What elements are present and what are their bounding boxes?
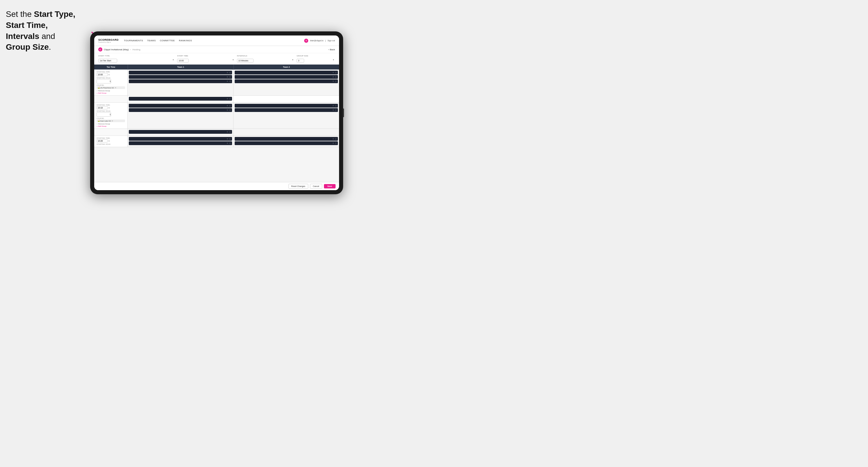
course-label-2: COURSE:: [97, 118, 125, 119]
course-remove-1[interactable]: ✕: [115, 87, 116, 89]
group-row-3: STARTING TIME: ⊙ STARTING HOLE: ✕⊙ ✕⊙: [94, 136, 339, 147]
player-slot[interactable]: ✕⊙: [235, 71, 338, 74]
group-1b-team2: [234, 96, 339, 102]
nav-committee[interactable]: COMMITTEE: [160, 39, 175, 42]
app-icon: C: [98, 48, 102, 52]
clock-icon-1: ⊙: [108, 73, 110, 76]
start-time-select-wrapper: 10:00 10:30: [177, 57, 235, 63]
player-slot[interactable]: ✕⊙: [129, 75, 232, 79]
intervals-label: Intervals: [237, 55, 294, 57]
group-1-team1: ✕⊙ ✕⊙ ✕⊙: [128, 69, 234, 95]
player-slot[interactable]: ✕⊙: [129, 108, 232, 112]
group-row-1: STARTING TIME: ⊙ STARTING HOLE: ▲ ▼ COUR…: [94, 69, 339, 96]
group-3-teams: ✕⊙ ✕⊙ ✕⊙ ✕⊙: [128, 136, 339, 147]
schedule-table: Tee Time Team 1 Team 2 STARTING TIME: ⊙ …: [94, 65, 339, 182]
group-1b-left: [94, 96, 128, 102]
breadcrumb-left: C Clippd Invitational (May) › Hosting: [98, 48, 141, 52]
starting-hole-label-3: STARTING HOLE:: [97, 143, 125, 145]
starting-time-input-2[interactable]: [97, 106, 107, 109]
reset-changes-button[interactable]: Reset Changes: [288, 184, 308, 189]
hole-stepper-input-1[interactable]: [97, 80, 111, 83]
starting-time-label-3: STARTING TIME:: [97, 137, 125, 139]
player-slot[interactable]: ✕⊙: [129, 104, 232, 107]
group-1b-row: ✕⊙: [94, 96, 339, 103]
starting-time-input-1[interactable]: [97, 73, 107, 76]
tablet-screen: SCOREBOARD Powered by clipp.io TOURNAMEN…: [94, 35, 339, 190]
start-type-select-wrapper: 1st Tee Start Shotgun Start: [98, 57, 175, 63]
course-name-2: East Lake GC: [100, 120, 111, 122]
group-2b-team2: [234, 129, 339, 135]
group-3-left: STARTING TIME: ⊙ STARTING HOLE:: [94, 136, 128, 147]
group-size-group: Group Size 3 4: [297, 55, 335, 63]
group-1b-teams: ✕⊙: [128, 96, 339, 102]
intervals-select-wrapper: 10 Minutes 8 Minutes: [237, 57, 294, 63]
player-slot[interactable]: ✕⊙: [235, 108, 338, 112]
nav-teams[interactable]: TEAMS: [147, 39, 156, 42]
group-2-teams: ✕⊙ ✕⊙ ✕⊙ ✕⊙: [128, 103, 339, 128]
header-tee-time: Tee Time: [94, 65, 128, 69]
separator: |: [325, 39, 326, 41]
group-row-2: STARTING TIME: ⊙ STARTING HOLE: ▲ ▼ COUR…: [94, 103, 339, 129]
starting-hole-label-2: STARTING HOLE:: [97, 110, 125, 112]
group-1-teams: ✕⊙ ✕⊙ ✕⊙ ✕⊙ ✕⊙: [128, 69, 339, 95]
group-size-select-wrapper: 3 4: [297, 57, 335, 63]
player-slot[interactable]: ✕⊙: [129, 80, 232, 83]
hole-stepper-input-2[interactable]: [97, 113, 111, 116]
remove-group-btn-2[interactable]: ○Remove Group: [97, 123, 125, 125]
group-1-left: STARTING TIME: ⊙ STARTING HOLE: ▲ ▼ COUR…: [94, 69, 128, 95]
start-time-select[interactable]: 10:00 10:30: [177, 59, 189, 63]
course-label-1: COURSE:: [97, 84, 125, 86]
group-2b-row: ✕⊙: [94, 129, 339, 136]
intervals-select[interactable]: 10 Minutes 8 Minutes: [237, 59, 254, 63]
back-button[interactable]: ‹ Back: [328, 48, 335, 51]
instruction-text: Set the Start Type, Start Time, Interval…: [6, 9, 90, 53]
starting-time-label-1: STARTING TIME:: [97, 71, 125, 73]
player-slot[interactable]: ✕⊙: [235, 141, 338, 145]
start-type-group: Start Type 1st Tee Start Shotgun Start: [98, 55, 175, 63]
group-3-team2: ✕⊙ ✕⊙: [234, 136, 339, 147]
player-slot[interactable]: ✕⊙: [129, 71, 232, 74]
logo: SCOREBOARD Powered by clipp.io: [98, 38, 119, 43]
nav-tournaments[interactable]: TOURNAMENTS: [124, 39, 143, 42]
nav-user-area: B blair@clippd.io | Sign out: [304, 39, 335, 43]
player-slot[interactable]: ✕⊙: [129, 130, 232, 134]
course-name-1: (A) Peachtree GC: [100, 87, 114, 89]
group-size-select[interactable]: 3 4: [297, 59, 304, 63]
clock-icon-3: ⊙: [108, 140, 110, 142]
intervals-group: Intervals 10 Minutes 8 Minutes: [237, 55, 294, 63]
player-slot[interactable]: ✕⊙: [129, 97, 232, 101]
player-slot[interactable]: ✕⊙: [129, 137, 232, 141]
action-bar: Reset Changes Cancel Save: [94, 182, 339, 190]
add-group-btn-1[interactable]: + Add Group: [97, 92, 125, 94]
group-1b-team1: ✕⊙: [128, 96, 234, 102]
group-3-team1: ✕⊙ ✕⊙: [128, 136, 234, 147]
starting-hole-label-1: STARTING HOLE:: [97, 77, 125, 79]
user-email: blair@clippd.io: [310, 39, 323, 41]
group-size-label: Group Size: [297, 55, 335, 57]
tablet-device: SCOREBOARD Powered by clipp.io TOURNAMEN…: [90, 31, 343, 194]
player-slot[interactable]: ✕⊙: [235, 104, 338, 107]
add-group-btn-2[interactable]: + Add Group: [97, 125, 125, 127]
player-slot[interactable]: ✕⊙: [235, 75, 338, 79]
group-2-team1: ✕⊙ ✕⊙: [128, 103, 234, 128]
course-remove-2[interactable]: ✕: [112, 120, 113, 122]
player-slot[interactable]: ✕⊙: [129, 141, 232, 145]
starting-time-input-3[interactable]: [97, 139, 107, 143]
group-1-team2: ✕⊙ ✕⊙ ✕⊙: [234, 69, 339, 95]
settings-row: Start Type 1st Tee Start Shotgun Start S…: [94, 53, 339, 65]
tournament-link[interactable]: Clippd Invitational (May): [104, 48, 129, 51]
group-2b-teams: ✕⊙: [128, 129, 339, 135]
player-slot[interactable]: ✕⊙: [235, 80, 338, 83]
course-tag-2: ⛳ East Lake GC ✕: [97, 120, 125, 122]
player-slot[interactable]: ✕⊙: [235, 137, 338, 141]
remove-group-btn-1[interactable]: ○Remove Group: [97, 90, 125, 92]
course-icon-1: ⛳: [98, 87, 100, 89]
start-type-select[interactable]: 1st Tee Start Shotgun Start: [98, 59, 117, 63]
nav-rankings[interactable]: RANKINGS: [179, 39, 192, 42]
save-button[interactable]: Save: [324, 184, 336, 188]
starting-time-label-2: STARTING TIME:: [97, 104, 125, 106]
top-navigation: SCOREBOARD Powered by clipp.io TOURNAMEN…: [94, 35, 339, 46]
group-2b-left: [94, 129, 128, 135]
cancel-button[interactable]: Cancel: [310, 184, 322, 189]
sign-out-link[interactable]: Sign out: [328, 39, 335, 41]
